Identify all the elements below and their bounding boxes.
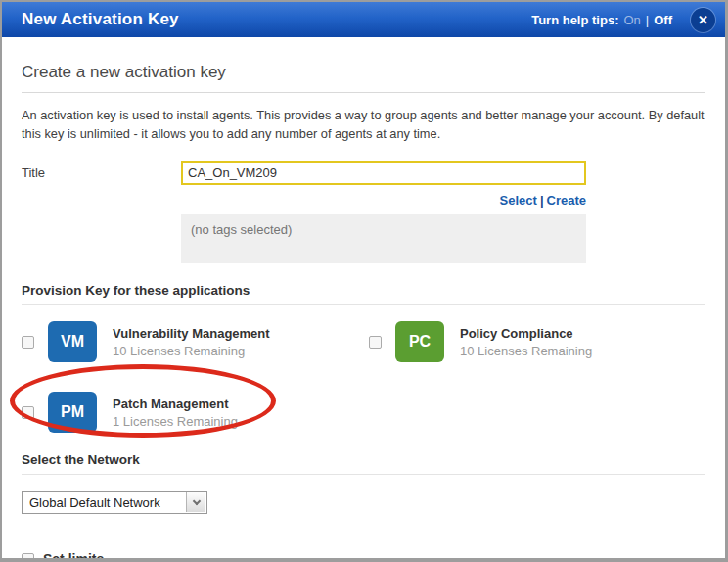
page-title: Create a new activation key — [22, 63, 705, 82]
network-dropdown-value: Global Default Network — [29, 495, 160, 510]
app-name: Patch Management — [113, 397, 238, 411]
new-activation-key-dialog: New Activation Key Turn help tips: On | … — [0, 0, 728, 562]
tag-actions: Select|Create — [181, 193, 586, 208]
app-licenses: 10 Licenses Remaining — [460, 344, 592, 358]
close-icon: ✕ — [698, 14, 708, 26]
chevron-down-icon — [192, 496, 200, 504]
dialog-title: New Activation Key — [22, 10, 179, 29]
app-text: Vulnerability Management 10 Licenses Rem… — [113, 326, 270, 358]
app-checkbox-pc[interactable] — [369, 336, 382, 349]
app-licenses: 1 Licenses Remaining — [113, 414, 238, 429]
divider — [22, 92, 705, 93]
dialog-body: Create a new activation key An activatio… — [2, 37, 725, 562]
app-item-vulnerability-management: VM Vulnerability Management 10 Licenses … — [22, 321, 369, 362]
tag-actions-separator: | — [540, 193, 544, 208]
dialog-titlebar: New Activation Key Turn help tips: On | … — [2, 2, 725, 37]
app-tile-pm: PM — [48, 392, 97, 433]
app-item-policy-compliance: PC Policy Compliance 10 Licenses Remaini… — [369, 321, 705, 362]
intro-description: An activation key is used to install age… — [22, 107, 705, 143]
set-limits-checkbox[interactable] — [22, 553, 34, 562]
title-input[interactable] — [181, 161, 586, 185]
tag-create-link[interactable]: Create — [547, 193, 586, 208]
dropdown-arrow-button[interactable] — [186, 492, 205, 512]
set-limits-row: Set limits — [22, 551, 705, 562]
help-tips-off-link[interactable]: Off — [654, 13, 672, 27]
network-section-heading: Select the Network — [22, 452, 705, 467]
app-name: Vulnerability Management — [113, 326, 270, 341]
no-tags-text: (no tags selected) — [191, 222, 292, 237]
set-limits-label: Set limits — [43, 551, 104, 562]
close-button[interactable]: ✕ — [691, 8, 715, 32]
app-item-patch-management: PM Patch Management 1 Licenses Remaining — [22, 392, 369, 433]
network-dropdown[interactable]: Global Default Network — [22, 491, 207, 514]
app-checkbox-pm[interactable] — [22, 406, 34, 419]
app-checkbox-vm[interactable] — [22, 336, 34, 349]
selected-tags-box[interactable]: (no tags selected) — [181, 214, 586, 263]
help-tips-label: Turn help tips: — [531, 13, 618, 27]
help-tips-separator: | — [646, 13, 649, 27]
applications-section-heading: Provision Key for these applications — [22, 283, 705, 298]
title-field-row: Title — [22, 161, 705, 185]
applications-grid: VM Vulnerability Management 10 Licenses … — [22, 321, 705, 433]
app-text: Policy Compliance 10 Licenses Remaining — [460, 326, 592, 358]
divider — [22, 474, 705, 475]
app-tile-pc: PC — [395, 321, 444, 362]
divider — [22, 304, 705, 305]
title-field-label: Title — [22, 161, 181, 185]
app-tile-vm: VM — [48, 321, 97, 362]
help-tips-toggle: Turn help tips: On | Off ✕ — [531, 8, 715, 32]
help-tips-on-link[interactable]: On — [623, 13, 640, 27]
app-licenses: 10 Licenses Remaining — [113, 344, 270, 358]
tag-select-link[interactable]: Select — [500, 193, 537, 208]
app-text: Patch Management 1 Licenses Remaining — [113, 397, 238, 429]
app-name: Policy Compliance — [460, 326, 592, 341]
